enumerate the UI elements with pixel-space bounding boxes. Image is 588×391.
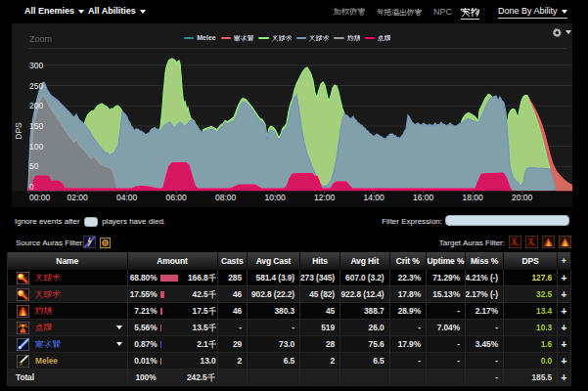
svg-text:300: 300 bbox=[29, 61, 43, 70]
svg-text:250: 250 bbox=[29, 81, 43, 91]
svg-text:200: 200 bbox=[29, 101, 43, 110]
svg-text:100: 100 bbox=[29, 142, 43, 152]
svg-text:50: 50 bbox=[29, 161, 39, 171]
svg-text:0: 0 bbox=[29, 182, 34, 192]
svg-text:00:00: 00:00 bbox=[29, 193, 51, 202]
svg-text:DPS: DPS bbox=[14, 122, 23, 140]
svg-text:150: 150 bbox=[29, 121, 43, 131]
